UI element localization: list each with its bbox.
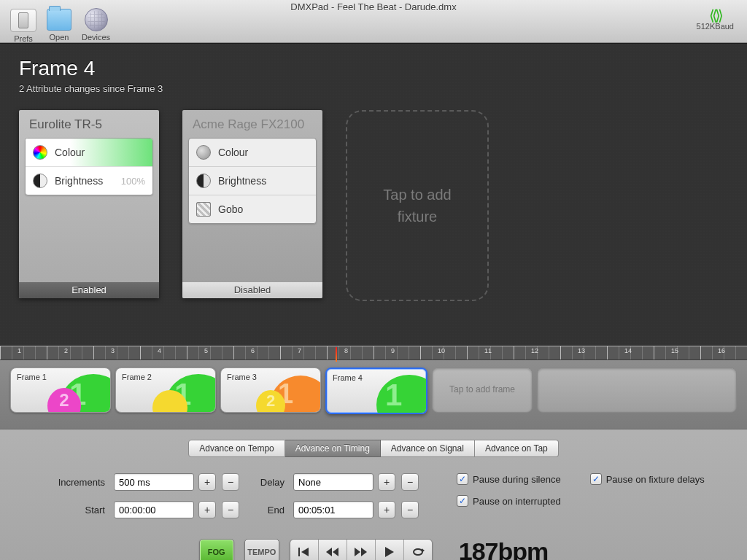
brightness-icon: [196, 174, 211, 188]
ruler-tick: 14: [624, 347, 632, 354]
attr-value: 100%: [121, 176, 145, 187]
attr-label: Brightness: [55, 175, 103, 187]
increments-down[interactable]: −: [222, 473, 239, 491]
ruler-tick: 13: [578, 347, 585, 354]
start-label: Start: [44, 505, 109, 516]
ruler-tick: 12: [531, 347, 538, 354]
chk-pause-fixture[interactable]: ✓ Pause on fixture delays: [590, 473, 705, 485]
frame-thumb-1[interactable]: Frame 1 1 2: [10, 368, 111, 413]
fixture-name: Eurolite TR-5: [19, 110, 159, 138]
add-fixture-label: Tap to add fixture: [383, 184, 451, 228]
add-frame-label: Tap to add frame: [449, 384, 515, 396]
colour-wheel-icon: [33, 145, 47, 160]
transport-buttons: [290, 539, 433, 561]
delay-input[interactable]: [293, 473, 374, 491]
add-fixture-button[interactable]: Tap to add fixture: [346, 110, 489, 301]
ruler-tick: 15: [671, 347, 678, 354]
frame-strip: Frame 1 1 2 Frame 2 1 Frame 3 1 2 Frame …: [0, 360, 747, 429]
frame-thumb-label: Frame 4: [333, 373, 363, 382]
svg-marker-4: [355, 548, 360, 556]
end-down[interactable]: −: [401, 501, 419, 518]
checkbox-icon: ✓: [590, 473, 602, 485]
svg-marker-5: [361, 548, 367, 556]
delay-up[interactable]: +: [378, 473, 395, 491]
loop-icon: [411, 547, 425, 557]
baud-label: 512KBaud: [697, 22, 734, 31]
toolbar-open-label: Open: [50, 33, 69, 42]
frame-title: Frame 4: [19, 57, 728, 80]
increments-input[interactable]: [114, 473, 194, 491]
tab-tap[interactable]: Advance on Tap: [475, 440, 559, 457]
frame-thumb-2[interactable]: Frame 2 1: [115, 368, 216, 413]
end-up[interactable]: +: [378, 501, 395, 518]
frame-thumb-3[interactable]: Frame 3 1 2: [220, 368, 321, 413]
increments-up[interactable]: +: [198, 473, 216, 491]
toolbar-open[interactable]: Open: [47, 9, 71, 42]
chk-pause-interrupted[interactable]: ✓ Pause on interrupted: [457, 495, 561, 507]
tab-signal[interactable]: Advance on Signal: [381, 440, 475, 457]
attr-brightness[interactable]: Brightness 100%: [26, 167, 152, 195]
attr-label: Colour: [55, 147, 85, 158]
toolbar-devices-label: Devices: [82, 33, 110, 42]
delay-down[interactable]: −: [401, 473, 419, 491]
ruler-tick: 2: [64, 347, 68, 354]
fog-toggle[interactable]: FOG: [199, 539, 234, 561]
tab-tempo[interactable]: Advance on Tempo: [188, 440, 285, 457]
attr-label: Brightness: [218, 175, 266, 187]
fixture-status[interactable]: Disabled: [182, 282, 322, 298]
app-toolbar: DMXPad - Feel The Beat - Darude.dmx Pref…: [0, 0, 747, 43]
fixture-card-eurolite[interactable]: Eurolite TR-5 Colour Brightness 100% Ena…: [19, 110, 159, 298]
attr-colour[interactable]: Colour: [189, 139, 316, 167]
lower-panel: 1 2 3 4 5 6 7 8 9 10 11 12 13 14 15 16 F…: [0, 346, 747, 560]
skip-back-icon: [298, 548, 310, 556]
attr-gobo[interactable]: Gobo: [189, 195, 316, 223]
advance-mode-tabs: Advance on Tempo Advance on Timing Advan…: [0, 440, 747, 457]
attr-colour[interactable]: Colour: [26, 139, 152, 167]
ruler-tick: 6: [251, 347, 255, 354]
fastfwd-button[interactable]: [347, 540, 376, 561]
gobo-icon: [196, 202, 211, 217]
toolbar-devices[interactable]: Devices: [82, 9, 110, 42]
frame-subtitle: 2 Attribute changes since Frame 3: [19, 83, 728, 94]
baud-indicator[interactable]: ⟨⟨⟩⟩ 512KBaud: [697, 9, 734, 31]
rewind-icon: [326, 548, 339, 556]
timeline-ruler[interactable]: 1 2 3 4 5 6 7 8 9 10 11 12 13 14 15 16: [0, 346, 747, 360]
add-frame-button[interactable]: Tap to add frame: [432, 368, 533, 413]
start-down[interactable]: −: [222, 501, 239, 518]
attribute-list: Colour Brightness 100%: [25, 138, 153, 195]
chk-label: Pause on fixture delays: [606, 474, 705, 485]
ruler-tick: 4: [158, 347, 161, 354]
toolbar-prefs-label: Prefs: [14, 34, 33, 43]
fixture-name: Acme Rage FX2100: [182, 110, 322, 138]
transport-bar: FOG TEMPO 187bpm: [0, 537, 747, 560]
fixtures-row: Eurolite TR-5 Colour Brightness 100% Ena…: [19, 110, 728, 301]
svg-marker-1: [301, 548, 309, 556]
tab-timing[interactable]: Advance on Timing: [285, 440, 381, 457]
chk-pause-silence[interactable]: ✓ Pause during silence: [457, 473, 561, 485]
colour-grey-icon: [196, 145, 211, 160]
loop-button[interactable]: [404, 540, 432, 561]
svg-marker-3: [333, 548, 338, 556]
frame-thumb-4[interactable]: Frame 4 1: [325, 368, 427, 414]
rewind-button[interactable]: [319, 540, 347, 561]
attr-brightness[interactable]: Brightness: [189, 167, 316, 195]
play-button[interactable]: [376, 540, 404, 561]
tempo-toggle[interactable]: TEMPO: [244, 539, 279, 561]
start-input[interactable]: [114, 501, 194, 518]
ruler-tick: 1: [18, 347, 21, 354]
attr-label: Gobo: [218, 203, 243, 215]
frame-thumb-label: Frame 3: [227, 373, 257, 381]
increments-label: Increments: [44, 477, 109, 488]
fixture-status[interactable]: Enabled: [19, 282, 159, 298]
folder-icon: [47, 9, 71, 31]
end-input[interactable]: [293, 501, 374, 518]
skip-back-button[interactable]: [290, 540, 319, 561]
start-up[interactable]: +: [198, 501, 216, 518]
play-icon: [385, 547, 394, 557]
svg-marker-7: [422, 548, 425, 553]
toolbar-prefs[interactable]: Prefs: [10, 9, 36, 43]
fixture-card-acme[interactable]: Acme Rage FX2100 Colour Brightness Gobo …: [182, 110, 322, 298]
ruler-tick: 3: [111, 347, 115, 354]
chk-label: Pause on interrupted: [473, 496, 561, 507]
chk-label: Pause during silence: [473, 474, 561, 485]
